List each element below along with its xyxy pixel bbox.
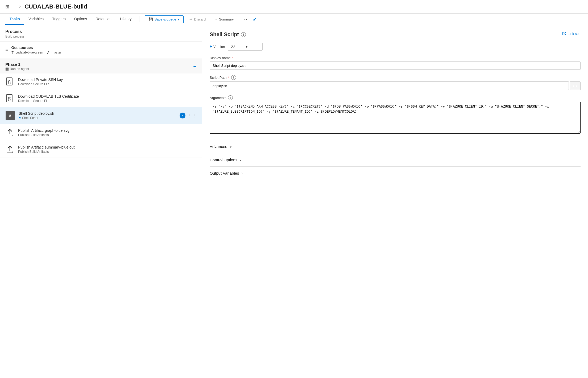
task-check-icon: ✓ <box>180 113 185 118</box>
branch-info: master <box>47 51 61 54</box>
script-path-section: Script Path * i ··· <box>210 75 581 90</box>
version-value: 2.* <box>231 45 235 49</box>
svg-rect-0 <box>6 67 7 69</box>
output-variables-chevron-icon: ∨ <box>241 171 244 175</box>
hash-icon: # <box>5 111 15 120</box>
secure-file-icon <box>5 94 14 103</box>
save-icon: 💾 <box>149 17 153 21</box>
drag-handle-icon[interactable]: ⋮⋮ <box>188 113 197 118</box>
script-path-row: ··· <box>210 81 581 90</box>
main-layout: Process Build process ··· ≡ Get sources … <box>0 25 588 374</box>
process-title: Process <box>5 29 24 34</box>
right-panel: Shell Script i Link sett ⚑ Version 2.* ▾… <box>202 25 588 374</box>
task-item[interactable]: Publish Artifact: summary-blue.out Publi… <box>0 141 202 158</box>
repo-info: cudalab-blue-green <box>11 51 43 54</box>
task-content: Download Private SSH key Download Secure… <box>18 77 197 86</box>
task-item[interactable]: Download CUDALAB TLS Certificate Downloa… <box>0 90 202 107</box>
task-subtitle: Download Secure File <box>18 82 197 86</box>
phase-title: Phase 1 <box>5 62 29 67</box>
advanced-chevron-icon: ∨ <box>230 145 232 149</box>
discard-icon: ↩ <box>189 17 192 21</box>
phase-subtitle: Run on agent <box>5 67 29 71</box>
process-subtitle: Build process <box>5 35 24 38</box>
control-options-header[interactable]: Control Options ∨ <box>210 158 581 162</box>
arguments-textarea[interactable]: -a "-v" -b "$(BACKEND_ARM_ACCESS_KEY)" -… <box>210 102 581 134</box>
right-panel-header: Shell Script i Link sett <box>210 31 581 38</box>
breadcrumb-dots[interactable]: ··· <box>11 4 17 10</box>
script-path-info-icon[interactable]: i <box>231 75 236 80</box>
required-star: * <box>232 56 234 60</box>
svg-rect-2 <box>6 69 7 71</box>
phase-info: Phase 1 Run on agent <box>5 62 29 71</box>
tab-history[interactable]: History <box>116 14 136 25</box>
display-name-input[interactable] <box>210 61 581 70</box>
control-options-section: Control Options ∨ <box>210 153 581 166</box>
get-sources-icon: ≡ <box>5 47 8 53</box>
task-item-selected[interactable]: # Shell Script deploy.sh ⚑ Shell Script … <box>0 107 202 124</box>
version-row: ⚑ Version 2.* ▾ <box>210 43 581 51</box>
page-title: CUDALAB-BLUE-build <box>24 3 87 10</box>
nav-separator <box>139 16 139 22</box>
tab-retention[interactable]: Retention <box>91 14 116 25</box>
get-sources-meta: cudalab-blue-green master <box>11 51 61 54</box>
upload-icon <box>5 128 14 137</box>
nav-actions: 💾 Save & queue ▾ ↩ Discard ≡ Summary ···… <box>145 15 257 24</box>
tab-variables[interactable]: Variables <box>24 14 48 25</box>
task-subtitle: Publish Build Artifacts <box>18 133 197 137</box>
process-info: Process Build process <box>5 29 24 38</box>
tab-triggers[interactable]: Triggers <box>48 14 70 25</box>
control-options-chevron-icon: ∨ <box>239 158 242 162</box>
shell-script-title: Shell Script i <box>210 31 246 38</box>
get-sources-item[interactable]: ≡ Get sources cudalab-blue-green master <box>0 42 202 58</box>
arguments-info-icon[interactable]: i <box>228 95 233 100</box>
task-content: Publish Artifact: summary-blue.out Publi… <box>18 145 197 154</box>
expand-button[interactable]: ⤢ <box>253 16 257 22</box>
nav-tabs: Tasks Variables Triggers Options Retenti… <box>0 14 588 25</box>
left-panel: Process Build process ··· ≡ Get sources … <box>0 25 202 374</box>
svg-rect-3 <box>7 69 9 71</box>
task-actions: ✓ ⋮⋮ <box>180 113 197 118</box>
app-icon: ⊞ <box>5 4 9 10</box>
phase-header: Phase 1 Run on agent + <box>0 58 202 73</box>
summary-icon: ≡ <box>215 17 217 21</box>
task-item[interactable]: Download Private SSH key Download Secure… <box>0 73 202 90</box>
get-sources-title: Get sources <box>11 46 61 50</box>
task-content: Shell Script deploy.sh ⚑ Shell Script <box>19 111 176 120</box>
discard-button: ↩ Discard <box>186 16 209 23</box>
task-title: Download CUDALAB TLS Certificate <box>18 94 197 98</box>
task-title: Shell Script deploy.sh <box>19 111 176 116</box>
task-item[interactable]: Publish Artifact: graph-blue.svg Publish… <box>0 124 202 141</box>
tab-tasks[interactable]: Tasks <box>5 14 24 25</box>
task-title: Publish Artifact: summary-blue.out <box>18 145 197 149</box>
secure-file-icon <box>5 77 14 86</box>
version-select[interactable]: 2.* ▾ <box>228 43 263 51</box>
output-variables-header[interactable]: Output Variables ∨ <box>210 171 581 175</box>
more-button[interactable]: ··· <box>240 15 251 24</box>
task-content: Download CUDALAB TLS Certificate Downloa… <box>18 94 197 103</box>
task-title: Publish Artifact: graph-blue.svg <box>18 128 197 133</box>
task-content: Publish Artifact: graph-blue.svg Publish… <box>18 128 197 137</box>
upload-icon <box>5 145 14 154</box>
phase-add-button[interactable]: + <box>193 63 197 70</box>
output-variables-section: Output Variables ∨ <box>210 166 581 180</box>
task-subtitle: Download Secure File <box>18 99 197 103</box>
save-queue-button[interactable]: 💾 Save & queue ▾ <box>145 15 184 23</box>
advanced-header[interactable]: Advanced ∨ <box>210 144 581 149</box>
task-subtitle: ⚑ Shell Script <box>19 116 176 120</box>
arguments-label: Arguments i <box>210 95 581 100</box>
summary-button[interactable]: ≡ Summary <box>212 16 237 23</box>
link-settings-button[interactable]: Link sett <box>562 31 581 36</box>
script-path-browse-button[interactable]: ··· <box>570 81 581 90</box>
script-path-label: Script Path * i <box>210 75 581 80</box>
display-name-label: Display name * <box>210 56 581 60</box>
process-dots-menu[interactable]: ··· <box>191 31 197 37</box>
breadcrumb-chevron: > <box>19 5 21 9</box>
arguments-section: Arguments i -a "-v" -b "$(BACKEND_ARM_AC… <box>210 95 581 134</box>
tab-options[interactable]: Options <box>70 14 91 25</box>
required-star: * <box>228 76 230 80</box>
display-name-section: Display name * <box>210 56 581 70</box>
shell-script-info-icon[interactable]: i <box>241 32 246 37</box>
top-bar: ⊞ ··· > CUDALAB-BLUE-build <box>0 0 588 14</box>
script-path-input[interactable] <box>210 81 569 90</box>
version-flag: ⚑ Version <box>210 45 225 49</box>
